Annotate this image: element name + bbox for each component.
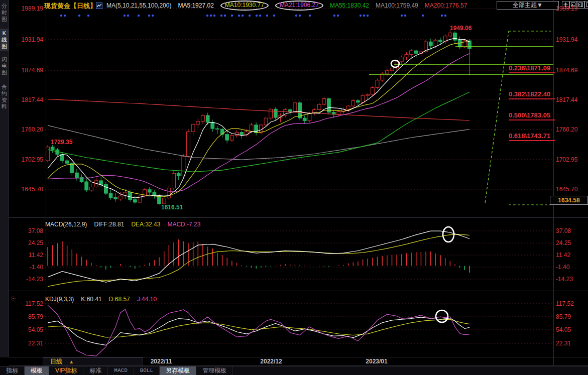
- sidebar-item-view[interactable]: 合 约 资 料: [0, 84, 9, 110]
- candle-body: [381, 74, 384, 80]
- event-dot: [295, 15, 297, 17]
- sidebar: 分 时 图K 线 图闪 电 图合 约 资 料: [0, 0, 9, 357]
- candle-body: [264, 118, 268, 125]
- tab-vip[interactable]: VIP指标: [49, 366, 83, 375]
- axis-tick: 1989.19: [556, 5, 588, 12]
- event-dot: [78, 15, 80, 17]
- candle-body: [182, 157, 185, 176]
- period-selector[interactable]: 日线 ▲: [43, 357, 143, 366]
- candle-body: [129, 192, 132, 200]
- axis-tick: 1817.44: [556, 96, 588, 103]
- axis-tick: 1760.20: [9, 126, 43, 133]
- period-label: 日线: [50, 358, 62, 365]
- mini-chart-icon[interactable]: [96, 2, 102, 11]
- event-dot: [444, 15, 446, 17]
- candle-body: [337, 112, 340, 114]
- candle-body: [162, 198, 166, 204]
- tab-mono[interactable]: MACD: [108, 366, 134, 375]
- theme-dropdown-button[interactable]: 全部主题▼: [497, 1, 559, 10]
- candle-body: [303, 118, 306, 120]
- candle-body: [269, 109, 273, 118]
- event-dot: [152, 15, 154, 17]
- macd-dea-value: DEA:32.43: [131, 221, 160, 228]
- fib-level-label[interactable]: 0.618\1743.71: [509, 132, 555, 141]
- sidebar-item-view[interactable]: 分 时 图: [0, 3, 9, 23]
- event-dot: [337, 15, 339, 17]
- sidebar-item-active[interactable]: K 线 图: [0, 29, 9, 51]
- ma-legend-item: MA100:1759.49: [376, 2, 418, 9]
- price-callout: 1949.06: [450, 25, 472, 32]
- candle-body: [196, 121, 200, 124]
- bottom-tab-bar: 指标模板VIP指标标准MACDBOLL另存模板管理模板: [0, 366, 588, 375]
- event-dot: [224, 15, 226, 17]
- sidebar-item-view[interactable]: 闪 电 图: [0, 56, 9, 76]
- ma200-line: [48, 99, 469, 120]
- tab-plain[interactable]: 管理模板: [196, 366, 233, 375]
- candle-body: [104, 184, 107, 193]
- event-dot: [127, 15, 129, 17]
- fib-level-label[interactable]: 0.500\1783.05: [509, 111, 555, 120]
- candle-body: [308, 113, 311, 121]
- candle-body: [216, 129, 219, 129]
- axis-tick: 37.08: [9, 227, 43, 234]
- candle-body: [405, 54, 408, 57]
- axis-tick: 24.25: [556, 239, 588, 246]
- axis-tick: 1874.69: [556, 67, 588, 74]
- event-dot: [87, 15, 89, 17]
- event-dot: [242, 15, 244, 17]
- event-dot: [299, 15, 301, 17]
- candle-body: [385, 71, 389, 74]
- tab-plain[interactable]: 指标: [0, 366, 25, 375]
- candle-body: [458, 40, 461, 47]
- candle-body: [351, 101, 355, 106]
- axis-tick: -14.23: [556, 276, 588, 283]
- candle-body: [230, 136, 233, 140]
- candle-body: [46, 147, 50, 161]
- kdj-j-value: J:44.10: [137, 296, 157, 303]
- axis-tick: 37.08: [556, 227, 588, 234]
- axis-tick: 54.05: [556, 326, 588, 333]
- event-dot: [259, 15, 261, 17]
- axis-tick: 54.05: [9, 326, 43, 333]
- candle-body: [361, 95, 365, 102]
- macd-title: MACD(26,12,9): [45, 221, 87, 228]
- fib-level-label[interactable]: 0.236\1871.09: [509, 64, 555, 73]
- tab-mono[interactable]: BOLL: [134, 366, 160, 375]
- candle-body: [158, 196, 161, 204]
- candle-body: [167, 188, 171, 198]
- axis-tick: 24.25: [9, 239, 43, 246]
- kdj-title: KDJ(9,3,3): [45, 296, 74, 303]
- indicator-toggle-icon[interactable]: [11, 294, 16, 303]
- event-dot: [360, 15, 362, 17]
- axis-tick: 85.79: [556, 313, 588, 320]
- candle-body: [65, 161, 69, 163]
- kdj-j-line: [48, 305, 469, 356]
- chart-canvas[interactable]: [0, 0, 588, 375]
- axis-tick: -14.23: [9, 276, 43, 283]
- tab-plain[interactable]: 标准: [83, 366, 108, 375]
- event-dot: [273, 15, 275, 17]
- candle-body: [51, 147, 54, 150]
- candle-body: [240, 132, 244, 135]
- axis-tick: -1.40: [556, 264, 588, 271]
- event-dot: [124, 15, 126, 17]
- event-dot: [213, 15, 215, 17]
- candle-body: [225, 135, 229, 141]
- macd-diff-value: DIFF:28.81: [94, 221, 124, 228]
- candle-body: [75, 173, 79, 177]
- fib-level-label[interactable]: 0.382\1822.40: [509, 90, 555, 99]
- event-dot: [422, 15, 424, 17]
- candle-body: [371, 87, 374, 94]
- candle-body: [366, 94, 370, 95]
- event-dot: [309, 15, 311, 17]
- event-dot: [138, 15, 140, 17]
- candle-body: [172, 173, 176, 188]
- macd-value: MACD:-7.23: [167, 221, 200, 228]
- ma-legend-item: MA200:1776.57: [425, 2, 467, 9]
- candle-body: [453, 33, 457, 40]
- axis-tick: 1702.95: [9, 156, 43, 163]
- kdj-d-line: [48, 319, 469, 337]
- tab-active[interactable]: 另存模板: [160, 366, 196, 375]
- tab-active[interactable]: 模板: [25, 366, 49, 375]
- candle-body: [376, 80, 379, 88]
